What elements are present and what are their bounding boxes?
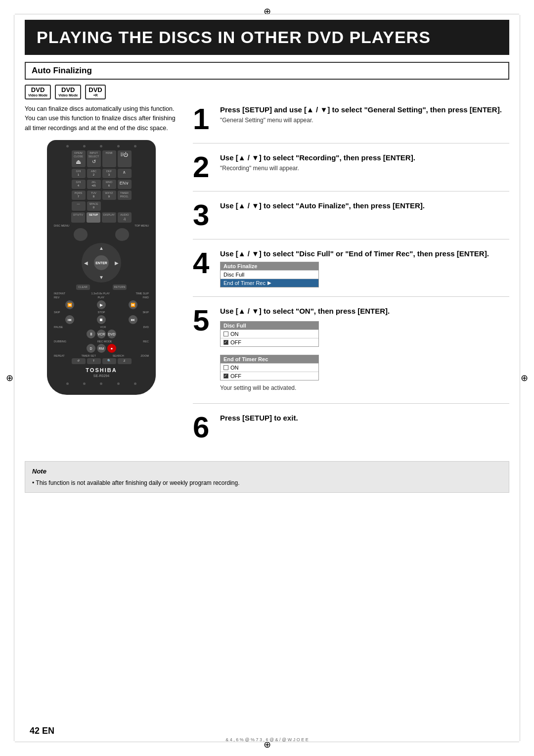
btn-audio[interactable]: AUDIO ♫ — [118, 212, 132, 223]
dvd-logo-2-sub: Video Mode — [58, 94, 78, 97]
time-slip-label: TIME SLIP — [135, 292, 149, 295]
btn-pause[interactable]: ⏸ — [87, 330, 95, 338]
disc-full-header: Disc Full — [221, 322, 318, 330]
remote-brand: TOSHIBA — [54, 367, 149, 373]
btn-repeat[interactable]: ↺ — [72, 358, 86, 364]
dvd-logo-3: DVD +R — [85, 85, 105, 99]
section-heading: Auto Finalizing — [25, 62, 509, 80]
btn-input-select[interactable]: INPUT SELECT ↺ — [87, 150, 101, 167]
dubbing-rec-labels: DUBBING REC MODE REC — [54, 340, 149, 343]
stop-label: STOP — [98, 311, 105, 314]
disc-full-on-cb — [223, 331, 228, 336]
btn-zoom[interactable]: Z — [118, 358, 132, 364]
btn-rec-mode[interactable]: RM — [97, 344, 106, 353]
left-column: You can finalize discs automatically usi… — [25, 104, 178, 451]
btn-power[interactable]: I/⏻ — [118, 150, 132, 167]
rev-fwd-labels: REV PLAY FWD — [54, 296, 149, 299]
step-4: 4 Use [▲ / ▼] to select "Disc Full" or "… — [193, 248, 509, 297]
page-title: PLAYING THE DISCS IN OTHER DVD PLAYERS — [25, 20, 509, 55]
btn-ch-down[interactable]: EN∨ — [118, 180, 132, 189]
btn-setup[interactable]: SETUP — [87, 212, 100, 223]
nav-right-arrow[interactable]: ▶ — [115, 260, 119, 266]
dot-b5 — [134, 382, 136, 385]
btn-rec[interactable]: ● — [107, 344, 116, 353]
btn-return[interactable]: RETURN — [113, 284, 127, 290]
btn-num-9[interactable]: WXYZ 9 — [102, 190, 116, 200]
btn-abc[interactable]: ABC 2 — [87, 169, 101, 178]
fwd-label: FWD — [142, 296, 149, 299]
btn-dtv-tv[interactable]: DTV/TV — [71, 212, 85, 223]
btn-rev[interactable]: ⏪ — [65, 300, 74, 309]
timer-rec-off-cb — [223, 374, 228, 378]
timer-set-label: TIMER SET — [81, 354, 95, 357]
btn-timer-prog[interactable]: TIMER PROG. — [118, 190, 132, 200]
btn-num-7[interactable]: PQRS 7 — [72, 190, 86, 200]
note-text: • This function is not available after f… — [32, 478, 502, 487]
btn-dubbing[interactable]: D — [87, 344, 95, 353]
btn-stop[interactable]: ⏹ — [97, 315, 106, 324]
btn-play[interactable]: ▶ — [97, 300, 106, 309]
row-numbers-1: GHI 1 ABC 2 DEF 3 ∧ — [54, 169, 149, 178]
btn-dash[interactable]: — — [72, 201, 86, 211]
dot-b1 — [66, 382, 69, 385]
btn-ch-up[interactable]: ∧ — [118, 169, 132, 178]
btn-num-4[interactable]: GHI 4 — [72, 180, 86, 189]
enter-button[interactable]: ENTER — [94, 255, 109, 270]
btn-num-6[interactable]: MNO 6 — [102, 180, 116, 189]
dubbing-label: DUBBING — [54, 340, 66, 343]
pause-label: PAUSE — [54, 326, 63, 329]
step-3-title: Use [▲ / ▼] to select "Auto Finalize", t… — [220, 200, 509, 211]
btn-def[interactable]: DEF 3 — [102, 169, 116, 178]
footer-text: & 4 , 6 % @ % 7 3 , 6 @ & / @ W J O E E — [225, 737, 308, 742]
step-2: 2 Use [▲ / ▼] to select "Recording", the… — [193, 152, 509, 191]
btn-disc-menu[interactable] — [74, 228, 88, 241]
dvd-logo-2: DVD Video Mode — [55, 85, 81, 99]
btn-top-menu[interactable] — [115, 228, 129, 241]
step-1-content: Press [SETUP] and use [▲ / ▼] to select … — [220, 104, 509, 134]
page: PLAYING THE DISCS IN OTHER DVD PLAYERS A… — [0, 0, 534, 756]
btn-open-close[interactable]: OPEN/ CLOSE ⏏ — [72, 150, 86, 167]
btn-num-ghi[interactable]: GHI 1 — [72, 169, 86, 178]
btn-skip-right[interactable]: ⏭ — [129, 315, 137, 324]
btn-skip-left[interactable]: ⏮ — [65, 315, 74, 324]
row-numbers-4: — SPACE 0 — [54, 201, 149, 211]
disc-menu-label: DISC MENU — [54, 224, 69, 227]
row-numbers-3: PQRS 7 TUV 8 WXYZ 9 TIMER — [54, 190, 149, 200]
nav-down-arrow[interactable]: ▼ — [99, 275, 104, 280]
row-top-buttons: OPEN/ CLOSE ⏏ INPUT SELECT ↺ HDMI — [54, 150, 149, 167]
dvd-logo-1-text: DVD — [31, 87, 44, 94]
timer-rec-on-cb — [223, 365, 228, 370]
btn-num-0[interactable]: SPACE 0 — [87, 201, 101, 211]
btn-hdmi[interactable]: HDMI — [102, 150, 116, 167]
top-menu-label: TOP MENU — [134, 224, 149, 227]
intro-line2: You can use this function to finalize di… — [25, 115, 176, 122]
instant-label: INSTANT — [54, 292, 65, 295]
btn-num-8[interactable]: TUV 8 — [87, 190, 101, 200]
disc-full-off-cb — [223, 340, 228, 345]
repeat-label: REPEAT — [54, 354, 65, 357]
btn-timer-set[interactable]: T — [87, 358, 101, 364]
zoom-label: ZOOM — [141, 354, 149, 357]
btn-search[interactable]: 🔍 — [102, 358, 116, 364]
intro-text: You can finalize discs automatically usi… — [25, 104, 178, 133]
dot-b2 — [83, 382, 86, 385]
step-1-number: 1 — [193, 104, 215, 134]
btn-dvd[interactable]: DVD — [107, 330, 116, 338]
row-clear-return: CLEAR RETURN — [54, 284, 149, 290]
btn-num-5[interactable]: JKL ⊲5 — [87, 180, 101, 189]
rec-mode-label: REC MODE — [97, 340, 112, 343]
btn-vcr[interactable]: VCR — [97, 330, 106, 338]
dvd-label: DVD — [143, 326, 149, 329]
timer-rec-on: ON — [221, 363, 318, 372]
dot-2 — [83, 145, 86, 147]
timer-rec-header: End of Timer Rec — [221, 355, 318, 363]
btn-fwd[interactable]: ⏩ — [129, 300, 137, 309]
step-4-menu-item-1: Disc Full — [221, 270, 318, 279]
search-label: SEARCH — [113, 354, 124, 357]
nav-up-arrow[interactable]: ▲ — [99, 245, 104, 251]
main-content: You can finalize discs automatically usi… — [25, 104, 509, 451]
btn-clear[interactable]: CLEAR — [76, 284, 90, 290]
btn-display[interactable]: DISPLAY — [102, 212, 116, 223]
skip-stop-labels: SKIP STOP SKIP — [54, 311, 149, 314]
nav-left-arrow[interactable]: ◀ — [84, 260, 88, 266]
